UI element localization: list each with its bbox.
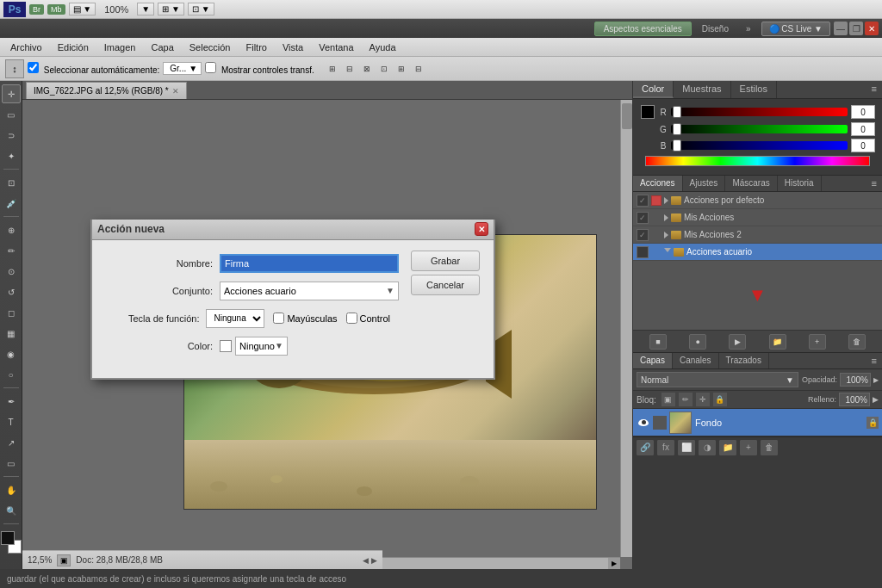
new-set-btn[interactable]: 📁 [769,334,786,350]
b-value[interactable]: 0 [851,139,875,152]
delete-btn[interactable]: 🗑 [848,334,866,350]
tab-color[interactable]: Color [633,81,674,98]
text-tool[interactable]: T [2,412,21,431]
auto-select-check[interactable]: Seleccionar automáticamente: [28,62,159,75]
crop-tool[interactable]: ⊡ [2,173,21,192]
history-brush-tool[interactable]: ↺ [2,282,21,301]
menu-archivo[interactable]: Archivo [3,40,49,54]
cancelar-btn[interactable]: Cancelar [411,275,480,295]
list-item[interactable]: ✓ Mis Acciones 2 [633,226,882,244]
tab-muestras[interactable]: Muestras [674,81,730,98]
opacity-arrow[interactable]: ▶ [873,376,879,384]
win-maximize-btn[interactable]: ❐ [849,22,863,35]
align-icon-5[interactable]: ⊞ [394,61,409,77]
folder-btn[interactable]: 📁 [719,440,736,455]
stamp-tool[interactable]: ⊙ [2,262,21,281]
shape-tool[interactable]: ▭ [2,454,21,473]
record-btn[interactable]: ● [689,334,706,350]
color-panel-menu[interactable]: ≡ [866,81,882,98]
lock-paint[interactable]: ✏ [679,393,693,406]
align-icon-3[interactable]: ⊠ [359,61,375,77]
heal-tool[interactable]: ⊕ [2,220,21,239]
mayusculas-check[interactable]: Mayúsculas [273,313,337,324]
tab-capas[interactable]: Capas [633,353,673,368]
zoom-dropdown[interactable]: ▼ [137,3,154,15]
eyedropper-tool[interactable]: 💉 [2,194,21,213]
grabar-btn[interactable]: Grabar [411,251,480,271]
menu-vista[interactable]: Vista [276,40,310,54]
capas-panel-menu[interactable]: ≡ [866,353,882,368]
lasso-tool[interactable]: ⊃ [2,126,21,145]
g-slider[interactable] [671,125,848,133]
menu-imagen[interactable]: Imagen [97,40,143,54]
list-item[interactable]: ✓ Mis Acciones [633,209,882,226]
tab-canales[interactable]: Canales [673,353,719,368]
lock-move[interactable]: ✛ [696,393,710,406]
accion-check-1[interactable]: ✓ [637,195,649,207]
tab-acciones[interactable]: Acciones [633,176,683,191]
transform-check[interactable]: Mostrar controles transf. [205,62,314,75]
menu-capa[interactable]: Capa [144,40,180,54]
tab-historia[interactable]: Historia [778,176,822,191]
align-icon-1[interactable]: ⊞ [325,61,340,77]
control-check[interactable]: Control [346,313,390,324]
fill-value[interactable]: 100% [839,393,870,406]
view-btn[interactable]: ▤ ▼ [69,3,96,15]
pen-tool[interactable]: ✒ [2,392,21,411]
tecla-select[interactable]: Ninguna [206,309,264,328]
delete-layer-btn[interactable]: 🗑 [761,440,778,455]
acciones-panel-menu[interactable]: ≡ [866,176,882,191]
accion-expand-1[interactable] [664,197,668,204]
gradient-tool[interactable]: ▦ [2,324,21,343]
menu-seleccion[interactable]: Selección [183,40,238,54]
zoom-tool[interactable]: 🔍 [2,501,21,520]
fx-btn[interactable]: fx [657,440,674,455]
new-layer-btn[interactable]: + [740,440,757,455]
win-minimize-btn[interactable]: — [834,22,848,35]
color-fg-swatch[interactable] [640,104,655,120]
magic-wand-tool[interactable]: ✦ [2,146,21,165]
conjunto-select[interactable]: Acciones acuario ▼ [220,282,399,300]
color-swatches[interactable] [1,531,22,554]
menu-ventana[interactable]: Ventana [312,40,360,54]
move-tool-icon[interactable]: ↕ [5,59,24,78]
aspects-essential-btn[interactable]: Aspectos esenciales [594,22,692,36]
accion-expand-3[interactable] [664,232,668,238]
extras-btn[interactable]: ⊡ ▼ [188,3,214,15]
path-select-tool[interactable]: ↗ [2,433,21,452]
tab-mascaras[interactable]: Máscaras [725,176,777,191]
g-value[interactable]: 0 [851,122,875,136]
select-rect-tool[interactable]: ▭ [2,105,21,124]
menu-filtro[interactable]: Filtro [239,40,273,54]
color-spectrum[interactable] [645,156,870,166]
lock-all[interactable]: 🔒 [713,393,727,406]
menu-edicion[interactable]: Edición [51,40,96,54]
tab-trazados[interactable]: Trazados [719,353,769,368]
layer-fondo[interactable]: Fondo 🔒 [633,409,882,436]
move-tool[interactable]: ✛ [2,84,21,103]
r-slider[interactable] [671,108,848,116]
lock-transparency[interactable]: ▣ [662,393,675,406]
opacity-value[interactable]: 100% [840,373,871,387]
mask-btn[interactable]: ⬜ [678,440,695,455]
layout-btn[interactable]: ⊞ ▼ [158,3,184,15]
accion-expand-4[interactable] [664,248,671,256]
more-btn[interactable]: » [739,22,758,35]
b-slider[interactable] [671,141,848,150]
list-item[interactable]: ✓ Acciones por defecto [633,192,882,209]
fill-arrow[interactable]: ▶ [873,395,879,404]
list-item[interactable]: Acciones acuario [633,244,882,261]
accion-check-3[interactable]: ✓ [637,229,649,241]
blur-tool[interactable]: ◉ [2,344,21,363]
nombre-input[interactable] [220,254,399,273]
accion-check-4[interactable] [637,246,649,258]
eraser-tool[interactable]: ◻ [2,303,21,322]
accion-expand-2[interactable] [664,214,668,221]
align-icon-6[interactable]: ⊟ [411,61,426,77]
layer-group-select[interactable]: Gr... ▼ [163,62,202,75]
layer-link[interactable] [653,416,667,430]
play-btn[interactable]: ▶ [729,334,746,350]
brush-tool[interactable]: ✏ [2,241,21,260]
menu-ayuda[interactable]: Ayuda [363,40,403,54]
color-select[interactable]: Ninguno ▼ [235,337,288,356]
